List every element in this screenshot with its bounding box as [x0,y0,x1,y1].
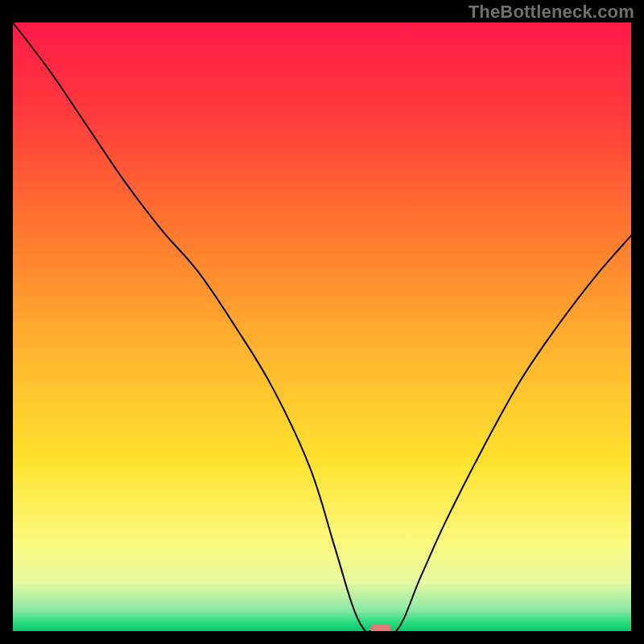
optimal-marker [370,624,391,631]
gradient-background [13,23,631,631]
watermark-text: TheBottleneck.com [469,2,634,23]
chart-frame: TheBottleneck.com [0,0,644,644]
plot-area [13,23,631,631]
chart-svg [13,23,631,631]
